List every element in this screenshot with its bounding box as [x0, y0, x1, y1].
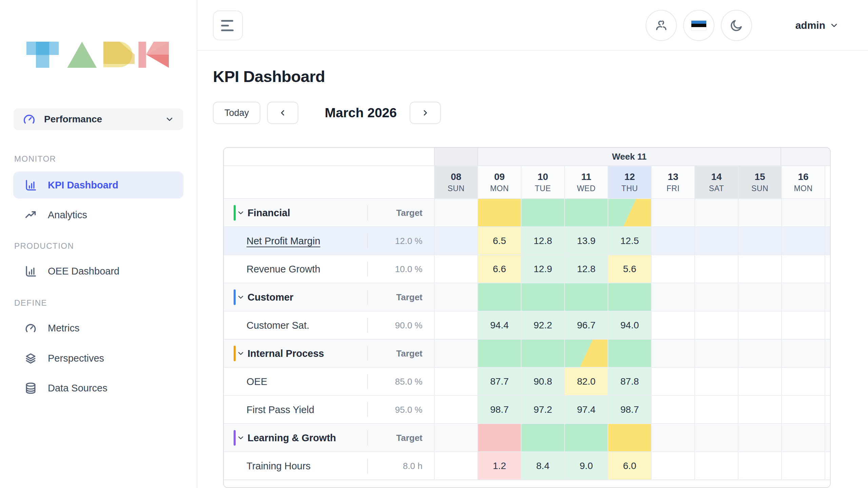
chevron-down-icon[interactable]: [237, 349, 245, 358]
today-button[interactable]: Today: [213, 102, 260, 124]
chevron-down-icon[interactable]: [237, 209, 245, 217]
group-status-cell[interactable]: [521, 283, 564, 311]
user-menu[interactable]: admin: [795, 0, 839, 51]
value-cell[interactable]: 12.8: [521, 227, 564, 255]
sidebar-item-data-sources[interactable]: Data Sources: [13, 374, 183, 402]
grid-spacer: [825, 424, 830, 451]
metric-name-link[interactable]: OEE: [246, 376, 267, 387]
empty-cell: [434, 283, 477, 311]
divider: [367, 205, 368, 220]
kpi-grid: Week 11 08 SUN 09 MON 10 TUE 11 WED: [223, 147, 831, 488]
empty-cell: [651, 424, 694, 451]
group-name: Learning & Growth: [248, 432, 336, 443]
value-cell[interactable]: 82.0: [564, 368, 608, 395]
metric-row-net-profit-margin: Net Profit Margin 12.0 % 6.5 12.8 13.9 1…: [224, 226, 830, 255]
metric-name-link[interactable]: Customer Sat.: [246, 320, 309, 331]
value-cell[interactable]: 98.7: [477, 396, 521, 423]
value-cell[interactable]: 9.0: [564, 452, 608, 480]
group-status-cell[interactable]: [608, 283, 651, 311]
group-status-cell[interactable]: [564, 199, 608, 226]
metric-name-link[interactable]: Net Profit Margin: [246, 235, 320, 246]
empty-cell: [434, 368, 477, 395]
sidebar-item-perspectives[interactable]: Perspectives: [13, 345, 183, 372]
chevron-left-icon: [278, 108, 287, 117]
empty-cell: [694, 396, 738, 423]
group-status-cell[interactable]: [477, 340, 521, 367]
day-header: 08 SUN: [434, 166, 477, 198]
group-name: Internal Process: [248, 348, 324, 359]
group-status-cell[interactable]: [521, 199, 564, 226]
day-header: 09 MON: [477, 166, 521, 198]
metric-target: 95.0 %: [395, 404, 422, 415]
group-row-learning-growth[interactable]: Learning & Growth Target: [224, 423, 830, 451]
grid-spacer: [825, 166, 830, 198]
group-status-cell[interactable]: [608, 340, 651, 367]
dark-mode-button[interactable]: [721, 10, 752, 41]
value-cell[interactable]: 1.2: [477, 452, 521, 480]
prev-period-button[interactable]: [267, 102, 298, 124]
sidebar-item-label: KPI Dashboard: [48, 180, 118, 191]
group-status-cell[interactable]: [564, 283, 608, 311]
group-status-cell[interactable]: [477, 199, 521, 226]
database-icon: [24, 382, 37, 394]
value-cell[interactable]: 5.6: [608, 255, 651, 283]
value-cell[interactable]: 13.9: [564, 227, 608, 255]
group-status-cell[interactable]: [608, 199, 651, 226]
group-name-cell: Internal Process Target: [224, 340, 434, 367]
value-cell[interactable]: 87.8: [608, 368, 651, 395]
users-button[interactable]: [646, 10, 677, 41]
value-cell[interactable]: 98.7: [608, 396, 651, 423]
value-cell[interactable]: 6.5: [477, 227, 521, 255]
tark-logo-icon: [26, 31, 169, 71]
day-number: 13: [668, 171, 678, 182]
week-header-row: Week 11: [224, 148, 830, 165]
value-cell[interactable]: 97.2: [521, 396, 564, 423]
group-status-cell[interactable]: [521, 340, 564, 367]
group-row-financial[interactable]: Financial Target: [224, 198, 830, 226]
value-cell[interactable]: 12.9: [521, 255, 564, 283]
value-cell[interactable]: 92.2: [521, 311, 564, 339]
empty-cell: [694, 424, 738, 451]
next-period-button[interactable]: [410, 102, 441, 124]
brand-logo[interactable]: [26, 31, 169, 73]
grid-spacer: [825, 199, 830, 226]
week-label: Week 11: [477, 148, 781, 165]
value-cell[interactable]: 87.7: [477, 368, 521, 395]
group-status-cell[interactable]: [564, 340, 608, 367]
sidebar-item-metrics[interactable]: Metrics: [13, 314, 183, 342]
value-cell[interactable]: 90.8: [521, 368, 564, 395]
value-cell[interactable]: 94.0: [608, 311, 651, 339]
chevron-down-icon[interactable]: [237, 293, 245, 301]
metric-name-link[interactable]: Revenue Growth: [246, 263, 320, 274]
metric-target: 10.0 %: [395, 264, 422, 274]
group-row-internal-process[interactable]: Internal Process Target: [224, 339, 830, 367]
empty-cell: [781, 340, 825, 367]
metric-name-link[interactable]: Training Hours: [246, 460, 311, 471]
day-number: 08: [451, 171, 461, 182]
value-cell[interactable]: 96.7: [564, 311, 608, 339]
metric-name-link[interactable]: First Pass Yield: [246, 404, 314, 415]
group-status-cell[interactable]: [608, 424, 651, 451]
value-cell[interactable]: 94.4: [477, 311, 521, 339]
sidebar-toggle-button[interactable]: [213, 11, 243, 40]
sidebar-item-analytics[interactable]: Analytics: [13, 201, 183, 228]
group-status-cell[interactable]: [564, 424, 608, 451]
language-button[interactable]: [683, 10, 714, 41]
perspective-selector[interactable]: Performance: [14, 108, 183, 130]
value-cell[interactable]: 8.4: [521, 452, 564, 480]
sidebar-item-kpi-dashboard[interactable]: KPI Dashboard: [13, 171, 183, 199]
group-status-cell[interactable]: [521, 424, 564, 451]
value-cell[interactable]: 6.0: [608, 452, 651, 480]
group-row-customer[interactable]: Customer Target: [224, 283, 830, 311]
value-cell[interactable]: 12.8: [564, 255, 608, 283]
value-cell[interactable]: 97.4: [564, 396, 608, 423]
group-name-cell: Financial Target: [224, 199, 434, 226]
chevron-down-icon[interactable]: [237, 434, 245, 442]
value-cell[interactable]: 6.6: [477, 255, 521, 283]
value-cell[interactable]: 12.5: [608, 227, 651, 255]
group-status-cell[interactable]: [477, 283, 521, 311]
sidebar-item-oee-dashboard[interactable]: OEE Dashboard: [13, 258, 183, 285]
sidebar-item-label: Data Sources: [48, 383, 107, 394]
chevron-down-icon: [165, 115, 174, 124]
group-status-cell[interactable]: [477, 424, 521, 451]
